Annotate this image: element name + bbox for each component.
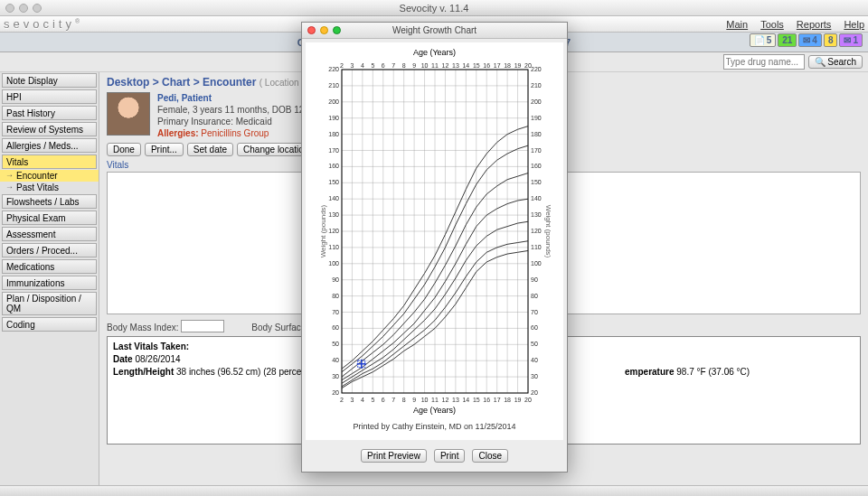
- sidebar-item-immunizations[interactable]: Immunizations: [2, 276, 97, 290]
- print-button[interactable]: Print...: [145, 143, 184, 156]
- chart-container: Age (Years) 2233445566778899101011111212…: [306, 42, 563, 440]
- bmi-input[interactable]: [181, 320, 224, 332]
- svg-text:12: 12: [441, 397, 448, 403]
- svg-text:11: 11: [431, 397, 439, 403]
- badge-2[interactable]: 21: [778, 33, 797, 47]
- done-button[interactable]: Done: [107, 143, 141, 156]
- modal-close-button[interactable]: Close: [472, 449, 508, 463]
- drug-search-input[interactable]: [723, 54, 805, 70]
- svg-text:110: 110: [531, 244, 542, 250]
- crumb-chart[interactable]: Chart: [162, 76, 190, 89]
- crumb-desktop[interactable]: Desktop: [107, 76, 149, 89]
- svg-text:5: 5: [371, 397, 374, 403]
- sidebar-sub-encounter[interactable]: Encounter: [0, 170, 99, 182]
- svg-text:30: 30: [531, 373, 538, 379]
- svg-text:120: 120: [531, 228, 542, 234]
- svg-text:8: 8: [401, 397, 405, 403]
- svg-text:50: 50: [332, 341, 339, 347]
- nav-sidebar: Note Display HPI Past History Review of …: [0, 72, 99, 485]
- svg-text:14: 14: [462, 397, 469, 403]
- menu-tools[interactable]: Tools: [760, 19, 784, 30]
- svg-text:4: 4: [360, 62, 363, 69]
- temp-label: emperature: [625, 367, 674, 377]
- svg-text:6: 6: [381, 397, 384, 403]
- svg-text:180: 180: [531, 131, 542, 137]
- svg-text:180: 180: [328, 131, 339, 137]
- sidebar-item-physical-exam[interactable]: Physical Exam: [2, 211, 97, 225]
- badge-1[interactable]: 📄 5: [750, 33, 777, 47]
- badge-3[interactable]: ✉ 4: [798, 33, 822, 47]
- modal-titlebar: Weight Growth Chart: [302, 23, 567, 39]
- sidebar-item-plan[interactable]: Plan / Disposition / QM: [2, 292, 97, 315]
- sidebar-item-medications[interactable]: Medications: [2, 259, 97, 274]
- allergy-value: Penicillins Group: [201, 128, 269, 138]
- chart-top-axis-title: Age (Years): [309, 48, 560, 57]
- crumb-encounter[interactable]: Encounter: [203, 76, 256, 89]
- svg-text:11: 11: [431, 62, 439, 69]
- badge-4[interactable]: 8: [824, 33, 838, 47]
- svg-text:19: 19: [514, 397, 521, 403]
- modal-title: Weight Growth Chart: [302, 25, 567, 35]
- svg-text:9: 9: [412, 62, 416, 69]
- temp-value: 98.7 °F (37.06 °C): [675, 367, 750, 377]
- svg-text:140: 140: [531, 195, 542, 201]
- svg-text:7: 7: [392, 397, 395, 403]
- svg-text:2: 2: [340, 62, 344, 69]
- bmi-label: Body Mass Index:: [107, 323, 178, 332]
- sidebar-item-ros[interactable]: Review of Systems: [2, 122, 97, 136]
- sidebar-item-past-history[interactable]: Past History: [2, 106, 97, 120]
- svg-text:190: 190: [531, 115, 542, 121]
- sidebar-item-allergies[interactable]: Allergies / Meds...: [2, 138, 97, 153]
- sidebar-item-orders[interactable]: Orders / Proced...: [2, 243, 97, 257]
- menu-reports[interactable]: Reports: [797, 19, 832, 30]
- chart-bottom-axis-title: Age (Years): [309, 406, 560, 415]
- svg-text:20: 20: [524, 397, 532, 403]
- svg-text:14: 14: [462, 62, 469, 69]
- badge-5[interactable]: ✉ 1: [839, 33, 863, 47]
- brand-logo: sevocity®: [4, 17, 80, 32]
- svg-text:120: 120: [328, 228, 339, 234]
- menu-help[interactable]: Help: [844, 19, 864, 30]
- svg-text:12: 12: [441, 62, 448, 69]
- svg-text:110: 110: [328, 244, 339, 250]
- svg-text:200: 200: [328, 98, 339, 105]
- svg-text:13: 13: [451, 397, 458, 403]
- sidebar-item-hpi[interactable]: HPI: [2, 89, 97, 104]
- modal-buttons: Print Preview Print Close: [302, 444, 567, 472]
- sidebar-sub-past-vitals[interactable]: Past Vitals: [0, 182, 99, 193]
- print-preview-button[interactable]: Print Preview: [361, 449, 427, 463]
- sidebar-item-coding[interactable]: Coding: [2, 317, 97, 332]
- set-date-button[interactable]: Set date: [187, 143, 233, 156]
- svg-text:90: 90: [531, 276, 538, 283]
- growth-chart-plot: 2233445566778899101011111212131314141515…: [316, 59, 553, 404]
- svg-text:130: 130: [328, 211, 339, 218]
- modal-print-button[interactable]: Print: [434, 449, 466, 463]
- printed-by: Printed by Cathy Einstein, MD on 11/25/2…: [309, 422, 560, 431]
- window-title: Sevocity v. 11.4: [0, 3, 868, 14]
- svg-text:15: 15: [472, 397, 479, 403]
- sidebar-item-assessment[interactable]: Assessment: [2, 227, 97, 241]
- svg-text:Weight (pounds): Weight (pounds): [544, 205, 552, 258]
- search-button[interactable]: 🔍 Search: [808, 55, 863, 69]
- svg-text:170: 170: [531, 147, 542, 154]
- svg-text:8: 8: [401, 62, 405, 69]
- svg-text:210: 210: [531, 82, 542, 89]
- svg-text:30: 30: [332, 373, 339, 379]
- svg-text:60: 60: [531, 324, 538, 331]
- svg-text:100: 100: [328, 260, 339, 267]
- svg-text:Weight (pounds): Weight (pounds): [319, 204, 327, 257]
- sidebar-item-flowsheets[interactable]: Flowsheets / Labs: [2, 194, 97, 209]
- sidebar-item-note-display[interactable]: Note Display: [2, 73, 97, 88]
- svg-text:15: 15: [472, 62, 479, 69]
- svg-text:18: 18: [504, 397, 511, 403]
- menu-main[interactable]: Main: [726, 19, 748, 30]
- os-titlebar: Sevocity v. 11.4: [0, 0, 868, 16]
- svg-text:7: 7: [392, 62, 395, 69]
- svg-text:130: 130: [531, 211, 542, 218]
- svg-text:40: 40: [332, 357, 339, 363]
- svg-text:16: 16: [483, 397, 490, 403]
- svg-text:90: 90: [332, 276, 339, 283]
- sidebar-item-vitals[interactable]: Vitals: [2, 154, 97, 169]
- length-label: Length/Height: [113, 367, 174, 377]
- svg-text:20: 20: [531, 389, 538, 396]
